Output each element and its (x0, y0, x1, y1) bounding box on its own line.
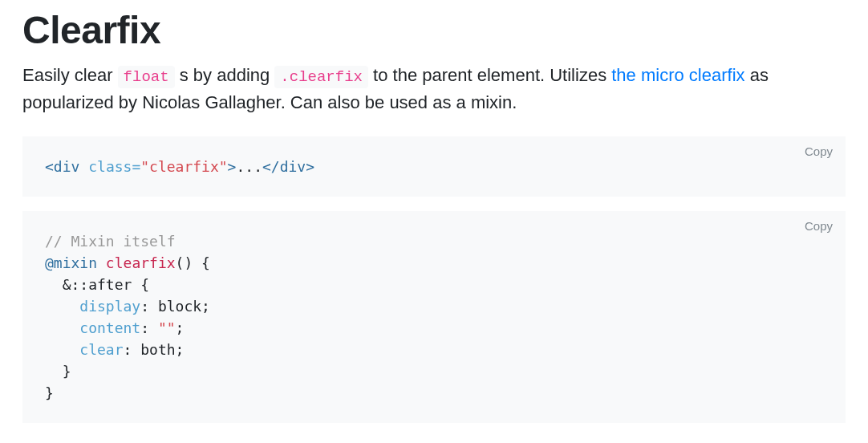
code-token: () (176, 254, 193, 271)
code-token: : both; (124, 341, 185, 358)
scss-mixin-code-block: Copy // Mixin itself @mixin clearfix() {… (22, 211, 846, 423)
html-usage-code-block: Copy <div class="clearfix">...</div> (22, 136, 846, 197)
clearfix-class-code: .clearfix (274, 66, 368, 88)
copy-button[interactable]: Copy (805, 144, 833, 158)
code-token: // Mixin itself (45, 233, 176, 250)
micro-clearfix-link[interactable]: the micro clearfix (611, 65, 744, 85)
float-code: float (118, 66, 175, 88)
code-token: ... (236, 158, 262, 175)
code-token: { (193, 254, 210, 271)
page-title: Clearfix (22, 8, 846, 52)
code-token: & (45, 276, 71, 293)
intro-text: Easily clear (22, 65, 118, 85)
code-token: : (140, 319, 158, 336)
code-token: > (228, 158, 237, 175)
intro-text: s by adding (175, 65, 275, 85)
code-token: clear (45, 341, 124, 358)
copy-button[interactable]: Copy (805, 219, 833, 233)
code-token: ::after { (71, 276, 150, 293)
intro-paragraph: Easily clear float s by adding .clearfix… (22, 62, 846, 117)
code-content: // Mixin itself @mixin clearfix() { &::a… (45, 230, 823, 404)
code-token: } (45, 384, 54, 401)
code-token: : block; (140, 298, 210, 315)
code-token: class= (88, 158, 140, 175)
code-token: </div> (262, 158, 314, 175)
code-token: display (45, 298, 140, 315)
code-token: ; (176, 319, 185, 336)
intro-text: to the parent element. Utilizes (368, 65, 611, 85)
code-token: <div (45, 158, 79, 175)
code-content: <div class="clearfix">...</div> (45, 156, 823, 177)
code-token: content (45, 319, 140, 336)
code-token: } (45, 363, 71, 380)
code-token: @mixin (45, 254, 97, 271)
code-token: "" (158, 319, 176, 336)
code-token: clearfix (97, 254, 176, 271)
code-token: "clearfix" (140, 158, 227, 175)
